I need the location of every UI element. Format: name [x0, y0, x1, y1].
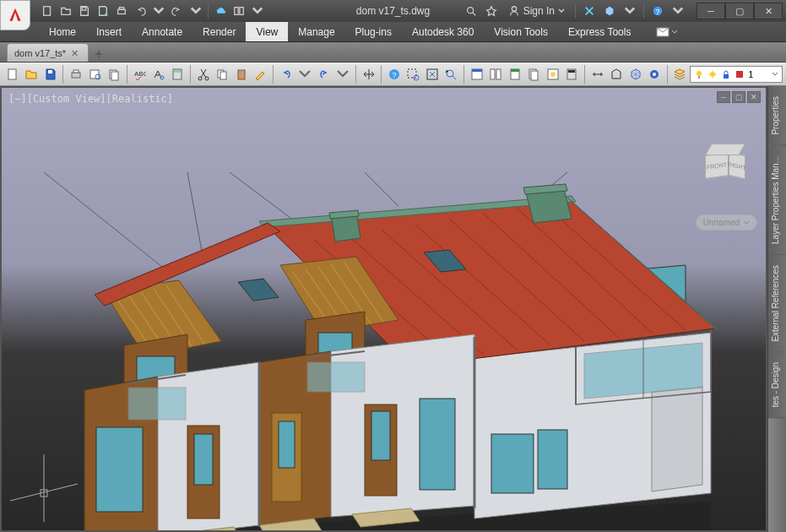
layer-manager-icon[interactable] [671, 65, 689, 84]
viewcube[interactable]: FRONT RIGHT [702, 138, 749, 186]
design-center-icon[interactable] [487, 65, 505, 84]
viewport-label[interactable]: [−][Custom View][Realistic] [8, 93, 173, 105]
tab-render[interactable]: Render [192, 22, 246, 41]
undo-tb-icon[interactable] [277, 65, 295, 84]
svg-point-6 [467, 8, 473, 14]
redo-icon[interactable] [169, 3, 186, 19]
viewcube-front[interactable]: FRONT [705, 152, 729, 179]
svg-rect-109 [128, 388, 186, 420]
svg-rect-22 [174, 70, 181, 73]
svg-rect-114 [194, 434, 213, 485]
document-tab[interactable]: dom v17_ts* ✕ [7, 43, 89, 62]
close-button[interactable]: ✕ [754, 3, 783, 19]
app-menu-button[interactable] [0, 0, 30, 30]
viewport-close-icon[interactable]: ✕ [747, 91, 761, 103]
visual-style-control[interactable]: Unnamed [696, 214, 757, 231]
infocenter-icon[interactable] [483, 3, 500, 19]
qat-dropdown-icon[interactable] [249, 3, 266, 19]
plot-preview-icon[interactable] [86, 65, 104, 84]
tab-visiontools[interactable]: Vision Tools [484, 22, 558, 41]
panel-layer-manager[interactable]: Layer Properties Man... [768, 146, 786, 255]
layer-name: 1 [748, 69, 753, 79]
open-icon[interactable] [57, 3, 74, 19]
save-icon[interactable] [76, 3, 93, 19]
quickcalc2-icon[interactable] [562, 65, 580, 84]
undo-tb-dropdown-icon[interactable] [295, 65, 313, 84]
pan-icon[interactable] [360, 65, 377, 84]
tab-expresstools[interactable]: Express Tools [558, 22, 641, 41]
mail-icon[interactable] [648, 22, 686, 41]
paste-icon[interactable] [232, 65, 250, 84]
exchange-dropdown-icon[interactable] [621, 3, 638, 19]
viewport-maximize-icon[interactable]: ▢ [732, 91, 745, 103]
cloud-icon[interactable] [212, 3, 229, 19]
match-properties-icon[interactable] [252, 65, 269, 84]
tab-insert[interactable]: Insert [86, 22, 132, 41]
zoom-window-icon[interactable] [404, 65, 422, 84]
tab-manage[interactable]: Manage [288, 22, 344, 41]
exchange-apps-icon[interactable] [601, 3, 618, 19]
svg-rect-37 [491, 69, 495, 79]
svg-rect-62 [491, 434, 534, 493]
tab-autodesk360[interactable]: Autodesk 360 [402, 22, 484, 41]
tab-plugins[interactable]: Plug-ins [345, 22, 402, 41]
exchange-x-icon[interactable] [581, 3, 598, 19]
help-icon[interactable]: ? [649, 3, 666, 19]
svg-rect-12 [48, 70, 52, 73]
panel-properties[interactable]: Properties [768, 86, 786, 146]
list-icon[interactable] [645, 65, 663, 84]
svg-rect-50 [698, 76, 700, 79]
signin-button[interactable]: Sign In [503, 3, 570, 19]
help-dropdown-icon[interactable] [669, 3, 686, 19]
maximize-button[interactable]: ▢ [725, 3, 754, 19]
spell-check-icon[interactable]: ABC [131, 65, 149, 84]
workspace-icon[interactable] [230, 3, 247, 19]
viewport-minimize-icon[interactable]: ─ [717, 91, 730, 103]
tab-home[interactable]: Home [39, 22, 86, 41]
zoom-extents-icon[interactable] [423, 65, 441, 84]
svg-rect-40 [511, 69, 519, 72]
new-drawing-icon[interactable] [3, 65, 21, 84]
cut-icon[interactable] [194, 65, 212, 84]
sheet-set-icon[interactable] [525, 65, 543, 84]
undo-dropdown-icon[interactable] [150, 3, 167, 19]
open-drawing-icon[interactable] [22, 65, 40, 84]
tab-view[interactable]: View [246, 22, 288, 41]
distance-icon[interactable] [588, 65, 606, 84]
standard-toolbar: ABC ? 1 [0, 62, 786, 86]
plot-icon[interactable] [67, 65, 84, 84]
tool-palettes-icon[interactable] [506, 65, 523, 84]
region-icon[interactable] [626, 65, 644, 84]
viewcube-top[interactable] [705, 144, 745, 155]
find-icon[interactable] [149, 65, 167, 84]
layer-combo[interactable]: 1 [690, 66, 783, 83]
panel-external-references[interactable]: External References [768, 255, 786, 353]
help-tb-icon[interactable]: ? [385, 65, 403, 84]
publish-icon[interactable] [105, 65, 122, 84]
print-icon[interactable] [113, 3, 130, 19]
palette-bar: Properties Layer Properties Man... Exter… [767, 86, 786, 532]
zoom-previous-icon[interactable] [442, 65, 460, 84]
tab-annotate[interactable]: Annotate [132, 22, 192, 41]
markup-icon[interactable] [544, 65, 561, 84]
redo-tb-dropdown-icon[interactable] [333, 65, 351, 84]
search-icon[interactable] [463, 3, 480, 19]
area-icon[interactable] [607, 65, 625, 84]
save-drawing-icon[interactable] [41, 65, 59, 84]
redo-tb-icon[interactable] [315, 65, 333, 84]
new-tab-button[interactable] [90, 46, 107, 62]
svg-rect-119 [420, 399, 455, 490]
viewcube-right[interactable]: RIGHT [729, 152, 745, 179]
quickcalc-icon[interactable] [169, 65, 187, 84]
saveas-icon[interactable] [95, 3, 111, 19]
undo-icon[interactable] [132, 3, 149, 19]
copy-icon[interactable] [214, 65, 231, 84]
svg-point-51 [710, 72, 715, 77]
minimize-button[interactable]: ─ [697, 3, 725, 19]
redo-dropdown-icon[interactable] [187, 3, 204, 19]
panel-design[interactable]: tes - Design [768, 352, 786, 418]
model-viewport[interactable]: [−][Custom View][Realistic] ─ ▢ ✕ FRONT … [0, 86, 767, 532]
new-icon[interactable] [39, 3, 56, 19]
close-tab-icon[interactable]: ✕ [71, 48, 81, 58]
properties-icon[interactable] [468, 65, 485, 84]
